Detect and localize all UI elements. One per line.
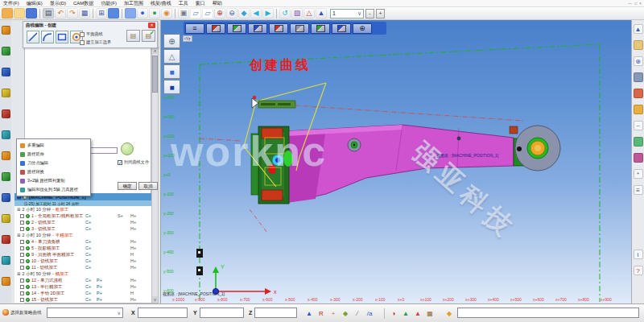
menu-item[interactable]: 编辑(E) xyxy=(27,0,43,7)
cad-tool-icon[interactable] xyxy=(2,256,10,265)
x-coord-input[interactable] xyxy=(138,308,188,318)
cad-tool-icon[interactable] xyxy=(2,235,10,244)
select-pointer-icon[interactable]: ▲ xyxy=(634,24,643,34)
menu-item[interactable]: 文件(F) xyxy=(3,0,19,7)
toolpath-icon[interactable] xyxy=(634,153,643,163)
redo-point-icon[interactable]: ◑ xyxy=(388,308,399,319)
menu-item[interactable]: 功能(F) xyxy=(101,0,117,7)
grid-view-icon[interactable]: ▦ xyxy=(79,8,90,19)
paint-icon[interactable] xyxy=(634,89,643,98)
toolpath-row[interactable]: 3 - 切线加工C+H+ xyxy=(14,225,151,232)
orbit-view-icon[interactable]: ↺ xyxy=(279,8,291,19)
menu-item[interactable]: CAM数据 xyxy=(73,0,93,7)
zoom-out-icon[interactable]: ⊖ xyxy=(226,8,237,19)
cube-light-icon[interactable]: ■ xyxy=(163,64,180,79)
window-layout-icon[interactable]: ⊞ xyxy=(96,8,107,19)
close-icon[interactable]: ✕ xyxy=(148,23,155,28)
cad-tool-icon[interactable] xyxy=(2,68,10,76)
z-coord-input[interactable] xyxy=(254,308,297,318)
save-icon[interactable] xyxy=(26,8,37,19)
apply-check-icon[interactable]: ✓ xyxy=(150,30,155,36)
cad-tool-icon[interactable] xyxy=(2,214,10,223)
layers-icon[interactable]: ≡ xyxy=(634,185,643,195)
sketch-icon[interactable]: ▨ xyxy=(291,8,303,19)
pan-hand-icon[interactable]: + xyxy=(328,308,339,319)
checkbox-icon[interactable] xyxy=(80,40,85,45)
zoom-in-icon[interactable]: ⊕ xyxy=(214,8,225,19)
checkbox-icon[interactable] xyxy=(80,32,85,37)
context-menu-item[interactable]: 路径转换 xyxy=(17,167,90,176)
menu-item[interactable]: 加工范围 xyxy=(124,0,143,7)
scroll-thumb[interactable] xyxy=(152,56,158,93)
view-zoom-icon[interactable]: ⊕ xyxy=(353,23,372,34)
scroll-up-icon[interactable]: ∧ xyxy=(152,47,158,54)
user-blue2-icon[interactable] xyxy=(125,8,136,19)
curve-select-combo[interactable]: ∨ xyxy=(47,308,123,318)
toolbar-small-button[interactable]: + xyxy=(376,9,385,19)
value-field[interactable] xyxy=(90,147,118,154)
machining-boundary-checkbox[interactable]: 建立加工边界 xyxy=(80,39,111,45)
row-checkbox[interactable] xyxy=(20,279,24,283)
toolpath-row[interactable]: 11 - 切线加工C+H+ xyxy=(14,264,151,270)
line-tool-button[interactable] xyxy=(27,31,39,43)
context-menu-item[interactable]: 多重编辑 xyxy=(17,141,90,150)
user-blue-icon[interactable] xyxy=(108,8,119,19)
hand-pan-icon[interactable] xyxy=(634,40,643,50)
toolpath-row[interactable]: 9 - 沿面槽 平面精加工C+H xyxy=(14,251,151,258)
row-checkbox[interactable] xyxy=(20,266,24,270)
cancel-button[interactable]: 取消 xyxy=(138,182,158,190)
print-icon[interactable]: ▤ xyxy=(43,8,54,19)
command-input[interactable] xyxy=(457,308,639,318)
tree-group-header[interactable]: ⊞2 小时 10 分钟 - 半精加工 xyxy=(14,232,151,238)
toolpath-row[interactable]: 14 - 手动 2D加工C+P+H xyxy=(14,290,151,296)
paste-page-icon[interactable]: ▱ xyxy=(202,8,213,19)
view-iso-green-icon[interactable] xyxy=(227,23,246,34)
scroll-down-icon[interactable]: ∨ xyxy=(152,296,158,303)
cad-tool-icon[interactable] xyxy=(2,26,10,35)
view-cube-icon[interactable] xyxy=(634,72,643,82)
grid-edit-icon[interactable]: ▦ xyxy=(424,308,436,319)
zoom-level-combo[interactable]: 1∨ xyxy=(330,9,364,19)
view-top-blue-icon[interactable] xyxy=(248,23,267,34)
row-checkbox[interactable] xyxy=(20,214,24,218)
toolpath-row[interactable]: 5 - 投影精加工C+H+ xyxy=(14,245,151,251)
cube-dark-icon[interactable]: ■ xyxy=(163,80,180,94)
row-checkbox[interactable] xyxy=(20,246,24,250)
cad-tool-icon[interactable] xyxy=(2,130,10,139)
rectangle-tool-button[interactable] xyxy=(56,31,68,43)
y-coord-input[interactable] xyxy=(200,308,244,318)
menu-item[interactable]: 窗口 xyxy=(196,0,205,7)
toolpath-row[interactable]: 1 - 全局粗加工/残料粗加工C+S+H+ xyxy=(14,213,151,219)
select-user-icon[interactable]: ▲ xyxy=(316,8,327,19)
row-checkbox[interactable] xyxy=(20,253,24,257)
row-checkbox[interactable] xyxy=(20,259,24,263)
chevron-down-icon[interactable]: ∨ xyxy=(118,310,121,316)
sphere-green-icon[interactable]: ● xyxy=(149,8,160,19)
gear-icon[interactable]: * xyxy=(634,169,643,179)
info-icon[interactable]: i xyxy=(634,250,643,259)
menu-item[interactable]: 工具 xyxy=(179,0,188,7)
cad-tool-icon[interactable] xyxy=(2,172,10,181)
camera-icon[interactable]: ▣ xyxy=(178,8,189,19)
view-shaded-icon[interactable] xyxy=(290,23,309,34)
person-flag-icon[interactable]: ▲ xyxy=(412,308,423,319)
row-checkbox[interactable] xyxy=(20,227,24,231)
curve-tool-icon[interactable]: ~ xyxy=(634,121,643,130)
cad-tool-icon[interactable] xyxy=(2,109,10,118)
cad-tool-icon[interactable] xyxy=(2,151,10,160)
closed-curve-checkbox[interactable]: ✓ 封闭曲线文件 xyxy=(118,159,149,165)
measure-icon[interactable]: △ xyxy=(303,8,315,19)
view-bottom-blue-icon[interactable] xyxy=(332,23,351,34)
context-menu-item[interactable]: 刀位点编辑 xyxy=(17,159,90,167)
toolpath-row[interactable]: 13 - 平行精加工C+P+H+ xyxy=(14,283,151,290)
redo-icon[interactable]: ↷ xyxy=(67,8,78,19)
toolpath-row[interactable]: 12 - 单刀式清根C+P+H+ xyxy=(14,277,151,283)
dynamic-view-icon[interactable]: ◆ xyxy=(340,308,351,319)
view-iso-red-icon[interactable] xyxy=(206,23,225,34)
menu-item[interactable]: 显示(D) xyxy=(50,0,66,7)
mountain-icon[interactable]: ▲ xyxy=(400,308,411,319)
planar-curve-checkbox[interactable]: 平面曲线 xyxy=(80,31,103,37)
chevron-down-icon[interactable]: ∨ xyxy=(357,10,361,17)
row-checkbox[interactable] xyxy=(20,285,24,289)
viewport-3d-canvas[interactable]: Y x ≡⊕ ⊕△■■ ¹Yz 创建曲线 worknc 强亚科技 视图器 : [… xyxy=(161,20,631,303)
